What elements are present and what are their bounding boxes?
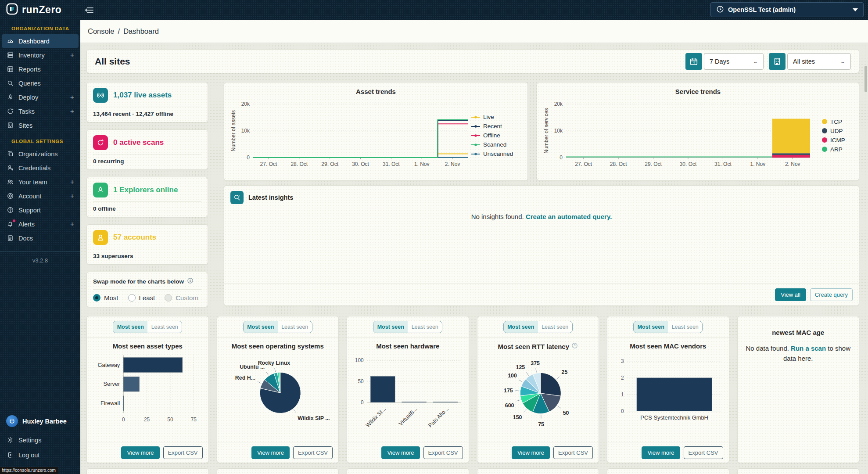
breadcrumb-console[interactable]: Console xyxy=(88,27,115,36)
toggle-least-seen[interactable]: Least seen xyxy=(147,321,182,333)
legend-label: UDP xyxy=(830,128,843,134)
sidebar-item-queries[interactable]: Queries xyxy=(2,76,79,90)
queries-icon xyxy=(6,79,14,87)
legend-item[interactable]: Recent xyxy=(471,123,517,129)
inventory-icon xyxy=(6,51,14,59)
sidebar-item-account[interactable]: Account+ xyxy=(2,189,79,203)
sidebar-item-reports[interactable]: Reports xyxy=(2,62,79,76)
legend-item[interactable]: ARP xyxy=(822,146,854,153)
chart-title: Most seen operating systems xyxy=(217,342,339,350)
sidebar-item-support[interactable]: Support xyxy=(2,203,79,217)
topbar: runZero OpenSSL Test (admin) xyxy=(0,0,868,20)
sidebar-item-dashboard[interactable]: Dashboard xyxy=(2,34,79,48)
org-selector-label: OpenSSL Test (admin) xyxy=(728,6,796,13)
export-csv-button[interactable]: Export CSV xyxy=(684,446,723,459)
svg-text:50: 50 xyxy=(167,417,173,423)
most-least-toggle[interactable]: Most seenLeast seen xyxy=(243,321,312,333)
toggle-most-seen[interactable]: Most seen xyxy=(373,321,408,333)
asset-trends-card: Asset trends 010k20k27. Oct28. Oct29. Oc… xyxy=(224,82,528,181)
toggle-most-seen[interactable]: Most seen xyxy=(244,321,278,333)
view-more-button[interactable]: View more xyxy=(512,446,550,459)
legend-item[interactable]: Unscanned xyxy=(471,151,517,157)
svg-text:150: 150 xyxy=(513,414,522,420)
sidebar-item-deploy[interactable]: Deploy+ xyxy=(2,90,79,104)
sidebar-item-credentials[interactable]: Credentials xyxy=(2,161,79,175)
legend-item[interactable]: Live xyxy=(471,114,517,120)
swap-mode-radio-least[interactable]: Least xyxy=(128,294,155,302)
expand-plus-icon[interactable]: + xyxy=(70,220,74,228)
most-least-toggle[interactable]: Most seenLeast seen xyxy=(633,321,703,333)
svg-text:Red H...: Red H... xyxy=(235,375,255,381)
sidebar-item-label: Credentials xyxy=(18,165,50,172)
sidebar-item-docs[interactable]: Docs xyxy=(2,231,79,245)
legend-label: Live xyxy=(483,114,494,120)
toggle-least-seen[interactable]: Least seen xyxy=(668,321,702,333)
stat-headline[interactable]: 1 Explorers online xyxy=(113,186,178,194)
export-csv-button[interactable]: Export CSV xyxy=(553,446,593,459)
sidebar-item-settings[interactable]: Settings xyxy=(2,433,79,447)
scrollbar-thumb[interactable] xyxy=(864,66,867,92)
swap-mode-radio-most[interactable]: Most xyxy=(93,294,118,302)
view-more-button[interactable]: View more xyxy=(251,446,290,459)
view-more-button[interactable]: View more xyxy=(381,446,420,459)
expand-plus-icon[interactable]: + xyxy=(70,108,74,115)
run-a-scan-link[interactable]: Run a scan xyxy=(791,345,826,352)
view-more-button[interactable]: View more xyxy=(121,446,159,459)
export-csv-button[interactable]: Export CSV xyxy=(423,446,463,459)
site-filter-select[interactable]: All sites ⌄ xyxy=(769,53,851,70)
legend-item[interactable]: Scanned xyxy=(471,141,517,148)
most-least-toggle[interactable]: Most seenLeast seen xyxy=(113,321,182,333)
page-title: All sites xyxy=(95,56,130,67)
sidebar-collapse-button[interactable] xyxy=(84,5,94,15)
toggle-least-seen[interactable]: Least seen xyxy=(538,321,572,333)
svg-text:Number of services: Number of services xyxy=(543,108,549,153)
legend-label: TCP xyxy=(830,118,842,125)
svg-text:27. Oct: 27. Oct xyxy=(260,161,277,167)
expand-plus-icon[interactable]: + xyxy=(70,192,74,200)
stat-headline[interactable]: 0 active scans xyxy=(113,138,164,147)
stat-headline[interactable]: 57 accounts xyxy=(113,233,156,242)
help-circle-icon[interactable] xyxy=(571,342,578,350)
sidebar-item-log-out[interactable]: Log out xyxy=(2,448,79,462)
create-query-button[interactable]: Create query xyxy=(810,288,853,301)
view-more-button[interactable]: View more xyxy=(642,446,680,459)
expand-plus-icon[interactable]: + xyxy=(70,93,74,101)
org-selector[interactable]: OpenSSL Test (admin) xyxy=(710,2,864,17)
view-all-button[interactable]: View all xyxy=(775,288,806,301)
legend-item[interactable]: Offline xyxy=(471,132,517,139)
legend-item[interactable]: ICMP xyxy=(822,137,854,144)
sidebar-item-tasks[interactable]: Tasks+ xyxy=(2,104,79,118)
create-automated-query-link[interactable]: Create an automated query. xyxy=(526,213,612,220)
docs-icon xyxy=(6,234,14,242)
info-circle-icon[interactable] xyxy=(187,277,194,285)
sidebar-item-organizations[interactable]: Organizations xyxy=(2,147,79,161)
export-csv-button[interactable]: Export CSV xyxy=(163,446,203,459)
expand-plus-icon[interactable]: + xyxy=(70,51,74,59)
export-csv-button[interactable]: Export CSV xyxy=(293,446,333,459)
sidebar-item-sites[interactable]: Sites xyxy=(2,118,79,132)
service-trends-chart: 010k20k27. Oct28. Oct29. Oct30. Oct31. O… xyxy=(542,95,814,176)
sidebar-item-label: Alerts xyxy=(18,221,35,228)
most-least-toggle[interactable]: Most seenLeast seen xyxy=(503,321,573,333)
toggle-least-seen[interactable]: Least seen xyxy=(408,321,442,333)
date-range-select[interactable]: 7 Days ⌄ xyxy=(685,53,764,70)
toggle-most-seen[interactable]: Most seen xyxy=(504,321,538,333)
sidebar-item-alerts[interactable]: Alerts+ xyxy=(2,217,79,231)
legend-item[interactable]: UDP xyxy=(822,128,854,134)
mac-age-card: newest MAC ageNo data found. Run a scan … xyxy=(737,316,860,463)
most-least-toggle[interactable]: Most seenLeast seen xyxy=(373,321,442,333)
expand-plus-icon[interactable]: + xyxy=(70,178,74,186)
toggle-most-seen[interactable]: Most seen xyxy=(634,321,668,333)
sidebar-item-your-team[interactable]: Your team+ xyxy=(2,175,79,189)
user-menu[interactable]: Huxley Barbee xyxy=(0,413,80,432)
toggle-least-seen[interactable]: Least seen xyxy=(278,321,312,333)
stat-headline[interactable]: 1,037 live assets xyxy=(113,91,172,100)
sidebar-item-inventory[interactable]: Inventory+ xyxy=(2,48,79,62)
legend-item[interactable]: TCP xyxy=(822,118,854,125)
settings-icon xyxy=(6,436,14,444)
hardware-card: Most seenLeast seenMost seen hardware050… xyxy=(347,316,469,463)
svg-text:0: 0 xyxy=(560,154,563,161)
brand-logo[interactable]: runZero xyxy=(0,3,80,17)
swap-mode-radio-custom[interactable]: Custom xyxy=(165,294,198,302)
toggle-most-seen[interactable]: Most seen xyxy=(113,321,147,333)
